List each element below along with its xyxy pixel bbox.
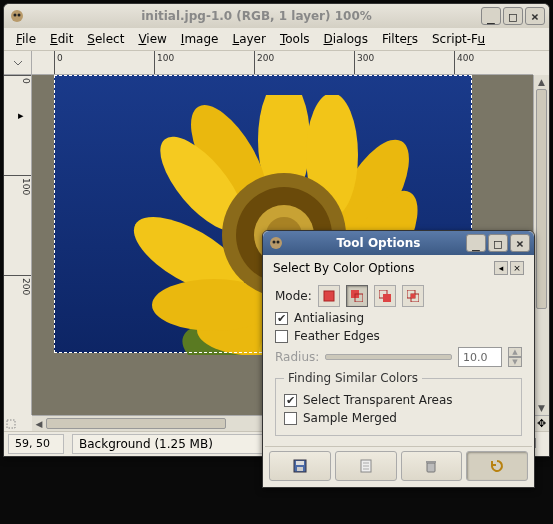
radius-slider[interactable] [325,354,452,360]
menu-select[interactable]: Select [81,30,130,48]
scrollbar-vertical[interactable]: ▲ ▼ [533,75,549,415]
menu-file[interactable]: File [10,30,42,48]
tool-options-heading: Select By Color Options [273,261,414,275]
ruler-horizontal[interactable]: 0 100 200 300 400 [32,51,533,75]
delete-options-button[interactable] [401,451,463,481]
menu-view[interactable]: View [132,30,172,48]
svg-rect-36 [426,461,436,463]
select-transparent-label: Select Transparent Areas [303,393,453,407]
svg-point-22 [273,241,276,244]
quickmask-button[interactable] [4,417,18,431]
menu-edit[interactable]: Edit [44,30,79,48]
trash-icon [423,458,439,474]
similar-colors-group: Finding Similar Colors ✔ Select Transpar… [275,371,522,436]
ruler-tick: 100 [154,51,174,74]
svg-point-0 [11,10,23,22]
radius-spinbox[interactable]: 10.0 [458,347,502,367]
mode-replace-button[interactable] [318,285,340,307]
group-label: Finding Similar Colors [284,371,422,385]
radius-row: Radius: 10.0 ▲ ▼ [275,347,522,367]
scroll-down-icon[interactable]: ▼ [534,401,549,415]
app-icon [8,7,26,25]
menubar: File Edit Select View Image Layer Tools … [4,28,549,51]
navigation-button[interactable]: ✥ [533,415,549,431]
sample-merged-checkbox[interactable] [284,412,297,425]
svg-rect-20 [7,420,15,428]
scroll-left-icon[interactable]: ◀ [32,416,46,431]
svg-rect-28 [383,294,391,302]
spin-up-icon[interactable]: ▲ [508,347,522,357]
maximize-button[interactable]: □ [503,7,523,25]
ruler-tick: 0 [4,75,31,84]
app-icon [267,234,285,252]
svg-point-2 [18,14,21,17]
tool-options-dialog: Tool Options _ □ × Select By Color Optio… [262,230,535,488]
restore-options-button[interactable] [335,451,397,481]
ruler-pointer-icon: ▸ [18,109,24,122]
sample-merged-row[interactable]: Sample Merged [284,411,513,425]
dock-close-icon[interactable]: × [510,261,524,275]
document-icon [358,458,374,474]
menu-filters[interactable]: Filters [376,30,424,48]
minimize-button[interactable]: _ [466,234,486,252]
sample-merged-label: Sample Merged [303,411,397,425]
mode-subtract-button[interactable] [374,285,396,307]
feather-row[interactable]: Feather Edges [275,329,522,343]
menu-dialogs[interactable]: Dialogs [318,30,374,48]
mode-add-button[interactable] [346,285,368,307]
feather-label: Feather Edges [294,329,380,343]
ruler-tick: 0 [54,51,63,74]
close-button[interactable]: × [525,7,545,25]
menu-scriptfu[interactable]: Script-Fu [426,30,491,48]
svg-point-23 [277,241,280,244]
svg-rect-31 [411,294,415,298]
radius-label: Radius: [275,350,319,364]
antialiasing-label: Antialiasing [294,311,364,325]
select-transparent-checkbox[interactable]: ✔ [284,394,297,407]
antialiasing-row[interactable]: ✔ Antialiasing [275,311,522,325]
bottom-button-bar [265,446,532,485]
minimize-button[interactable]: _ [481,7,501,25]
svg-rect-34 [297,467,303,471]
reset-icon [489,458,505,474]
scroll-up-icon[interactable]: ▲ [534,75,549,89]
ruler-tick: 200 [4,275,31,295]
floppy-icon [292,458,308,474]
spin-down-icon[interactable]: ▼ [508,357,522,367]
menu-layer[interactable]: Layer [226,30,271,48]
save-options-button[interactable] [269,451,331,481]
svg-point-21 [270,237,282,249]
maximize-button[interactable]: □ [488,234,508,252]
feather-checkbox[interactable] [275,330,288,343]
dock-header: Select By Color Options ◂ × [265,257,532,277]
window-title: initial.jpg-1.0 (RGB, 1 layer) 100% [32,9,481,23]
titlebar[interactable]: initial.jpg-1.0 (RGB, 1 layer) 100% _ □ … [4,4,549,28]
svg-rect-33 [296,461,304,465]
close-button[interactable]: × [510,234,530,252]
mode-intersect-button[interactable] [402,285,424,307]
mode-row: Mode: [275,285,522,307]
cursor-coords: 59, 50 [8,434,64,454]
quickmask-toggle[interactable] [4,51,32,75]
ruler-tick: 400 [454,51,474,74]
dock-menu-icon[interactable]: ◂ [494,261,508,275]
dialog-titlebar[interactable]: Tool Options _ □ × [263,231,534,255]
ruler-tick: 100 [4,175,31,195]
menu-image[interactable]: Image [175,30,225,48]
svg-point-1 [14,14,17,17]
mode-label: Mode: [275,289,312,303]
ruler-tick: 200 [254,51,274,74]
scrollbar-thumb[interactable] [536,89,547,309]
select-transparent-row[interactable]: ✔ Select Transparent Areas [284,393,513,407]
ruler-vertical[interactable]: ▸ 0 100 200 [4,75,32,415]
svg-rect-24 [324,291,334,301]
antialiasing-checkbox[interactable]: ✔ [275,312,288,325]
ruler-tick: 300 [354,51,374,74]
scrollbar-thumb[interactable] [46,418,226,429]
menu-tools[interactable]: Tools [274,30,316,48]
reset-options-button[interactable] [466,451,528,481]
dialog-title: Tool Options [291,236,466,250]
